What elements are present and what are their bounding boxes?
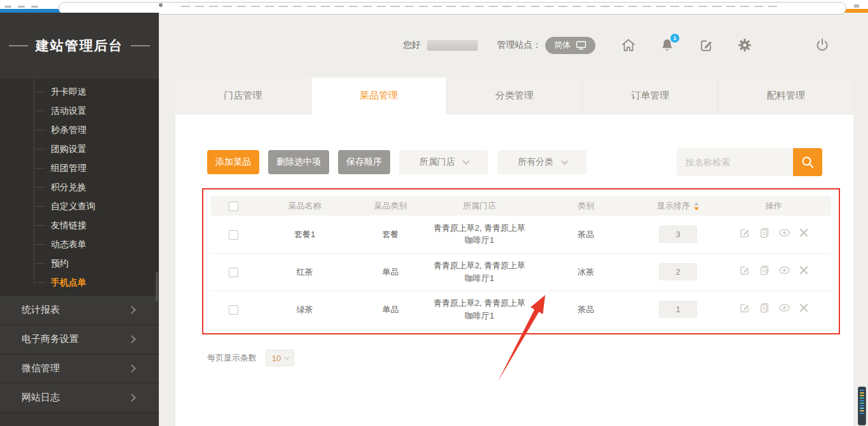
col-sort-order[interactable]: 显示排序 (640, 196, 716, 216)
tab-dish-manage[interactable]: 菜品管理 (311, 78, 447, 114)
apps-grid-icon[interactable] (776, 38, 791, 53)
content-panel: 门店管理 菜品管理 分类管理 订单管理 配料管理 添加菜品 删除选中项 保存顺序… (175, 78, 853, 426)
sort-order-input[interactable]: 2 (659, 263, 697, 280)
app-title: 建站管理后台 (36, 37, 123, 55)
tab-ingredient-manage[interactable]: 配料管理 (718, 78, 853, 114)
row-checkbox[interactable] (229, 268, 238, 277)
header-icons: 1 (621, 38, 830, 53)
sidebar-item-group-manage[interactable]: 组团管理 (0, 158, 159, 177)
edit-icon[interactable] (739, 227, 750, 238)
tab-order-manage[interactable]: 订单管理 (583, 78, 719, 114)
copy-icon[interactable] (759, 302, 770, 313)
browser-bookmark-icon[interactable] (854, 4, 859, 8)
cell-dish-category: 套餐 (354, 216, 427, 253)
section-label: 微信管理 (22, 362, 60, 374)
sidebar-item-custom-query[interactable]: 自定义查询 (0, 196, 159, 216)
chevron-right-icon (128, 364, 136, 373)
col-actions: 操作 (716, 196, 831, 216)
sidebar: 建站管理后台 升卡即送 活动设置 秒杀管理 团购设置 组团管理 积分兑换 自定义… (0, 13, 159, 426)
sidebar-item-links[interactable]: 友情链接 (0, 216, 159, 235)
sidebar-submenu: 升卡即送 活动设置 秒杀管理 团购设置 组团管理 积分兑换 自定义查询 友情链接… (0, 79, 159, 296)
chevron-right-icon (128, 394, 136, 402)
sidebar-sections: 统计报表 电子商务设置 微信管理 网站日志 (0, 296, 159, 413)
browser-refresh-icon[interactable] (31, 6, 38, 8)
category-filter-label: 所有分类 (518, 156, 553, 168)
cell-store: 青青原上草2, 青青原上草咖啡厅1 (427, 216, 532, 253)
sidebar-item-dynamic-form[interactable]: 动态表单 (0, 235, 159, 254)
chevron-right-icon (128, 306, 136, 314)
store-filter-dropdown[interactable]: 所属门店 (399, 150, 488, 174)
site-label: 管理站点： (497, 39, 541, 51)
copy-icon[interactable] (759, 227, 770, 238)
settings-gear-icon[interactable] (737, 38, 752, 53)
chevron-down-icon (284, 354, 289, 359)
language-button[interactable]: 简体 (545, 37, 595, 54)
top-header: 您好 管理站点： 简体 (159, 13, 868, 78)
title-dash-left (9, 45, 28, 46)
sidebar-item-seckill[interactable]: 秒杀管理 (0, 120, 159, 139)
search-icon (801, 155, 815, 169)
section-label: 网站日志 (22, 392, 60, 404)
sidebar-section-wechat[interactable]: 微信管理 (0, 354, 159, 383)
sidebar-item-reservation[interactable]: 预约 (0, 254, 159, 273)
sidebar-item-points[interactable]: 积分兑换 (0, 177, 159, 196)
search-input[interactable] (677, 148, 793, 176)
search-button[interactable] (793, 148, 822, 176)
view-eye-icon[interactable] (778, 302, 790, 313)
category-filter-dropdown[interactable]: 所有分类 (498, 150, 587, 174)
table-row: 红茶 单品 青青原上草2, 青青原上草咖啡厅1 冰茶 2 (211, 253, 831, 291)
browser-forward-icon[interactable] (18, 6, 25, 8)
username-redacted (427, 40, 478, 51)
page-size-label: 每页显示条数 (207, 352, 257, 364)
delete-x-icon[interactable] (799, 303, 809, 313)
row-actions (739, 302, 809, 313)
save-order-button[interactable]: 保存顺序 (338, 150, 390, 174)
sidebar-section-reports[interactable]: 统计报表 (0, 296, 159, 325)
sidebar-scrollbar[interactable] (156, 272, 158, 301)
copy-icon[interactable] (759, 265, 770, 276)
sidebar-section-ecommerce[interactable]: 电子商务设置 (0, 325, 159, 354)
title-dash-right (131, 45, 150, 46)
monitor-icon (576, 41, 587, 50)
sidebar-item-activity[interactable]: 活动设置 (0, 101, 159, 120)
cell-type: 茶品 (532, 216, 640, 253)
edit-pencil-icon[interactable] (698, 38, 714, 53)
delete-x-icon[interactable] (799, 265, 809, 275)
tab-store-manage[interactable]: 门店管理 (175, 78, 311, 114)
col-type: 类别 (532, 196, 640, 216)
cell-dish-name: 红茶 (255, 253, 354, 291)
language-label: 简体 (554, 39, 571, 51)
sidebar-item-mobile-order[interactable]: 手机点单 (0, 273, 159, 292)
view-eye-icon[interactable] (778, 265, 790, 276)
sidebar-item-groupbuy[interactable]: 团购设置 (0, 139, 159, 158)
add-dish-button[interactable]: 添加菜品 (207, 150, 259, 174)
view-eye-icon[interactable] (778, 227, 790, 238)
chevron-down-icon (561, 158, 568, 165)
notifications-bell-icon[interactable]: 1 (660, 38, 675, 53)
power-logout-icon[interactable] (815, 38, 830, 53)
row-checkbox[interactable] (229, 305, 238, 315)
sort-arrows-icon[interactable] (694, 202, 699, 210)
sidebar-item-card-gift[interactable]: 升卡即送 (0, 82, 159, 101)
col-dish-category: 菜品类别 (354, 196, 427, 216)
edit-icon[interactable] (739, 265, 750, 276)
docked-minimap-widget[interactable] (858, 387, 866, 425)
sort-order-input[interactable]: 1 (659, 301, 697, 318)
home-icon[interactable] (621, 38, 636, 53)
sort-order-input[interactable]: 3 (659, 226, 697, 243)
row-actions (739, 227, 809, 238)
sidebar-section-logs[interactable]: 网站日志 (0, 383, 159, 413)
delete-selected-button[interactable]: 删除选中项 (268, 150, 329, 174)
page-size-dropdown[interactable]: 10 (266, 350, 294, 366)
section-label: 统计报表 (22, 304, 60, 316)
delete-x-icon[interactable] (799, 228, 809, 238)
chevron-down-icon (463, 158, 470, 165)
browser-back-icon[interactable] (4, 6, 11, 8)
site-favicon (159, 3, 163, 7)
row-actions (739, 265, 809, 276)
tab-category-manage[interactable]: 分类管理 (447, 78, 583, 114)
cell-dish-category: 单品 (354, 291, 427, 328)
select-all-checkbox[interactable] (229, 202, 238, 211)
edit-icon[interactable] (739, 302, 750, 313)
row-checkbox[interactable] (229, 230, 238, 240)
